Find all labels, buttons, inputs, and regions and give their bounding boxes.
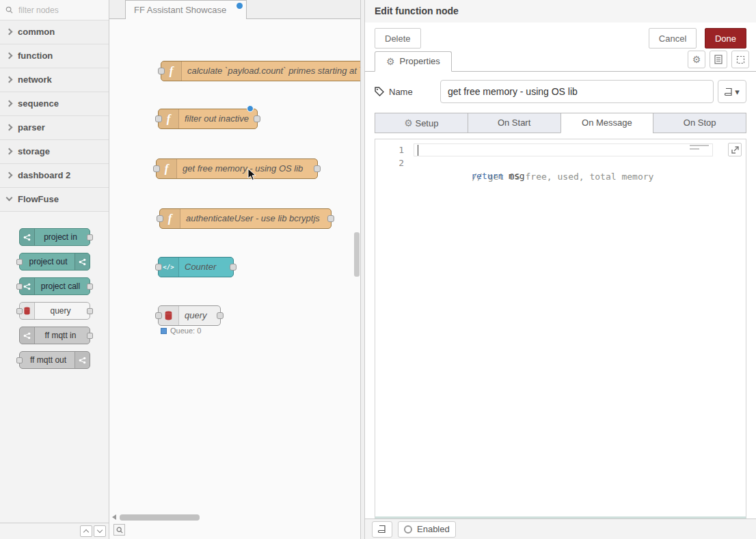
chevron-right-icon [6,148,13,155]
chevron-right-icon [6,77,13,83]
collapse-categories-button[interactable] [80,525,92,537]
node-port[interactable] [16,308,23,314]
expand-icon [731,146,739,154]
palette-node-query[interactable]: query [19,302,90,320]
mqtt-icon [75,352,90,368]
tray-footer: Enabled [365,519,756,539]
tab-on-start[interactable]: On Start [468,113,561,133]
cancel-button[interactable]: Cancel [649,28,697,49]
tray-title: Edit function node [365,0,756,23]
flow-node-counter[interactable]: </> Counter [158,257,234,277]
search-flows-button[interactable] [113,524,125,536]
dashed-square-icon [736,55,745,64]
name-label: Name [389,87,413,97]
palette-node-project-out[interactable]: project out [19,253,90,271]
node-port[interactable] [230,264,237,271]
node-port[interactable] [327,215,334,222]
project-icon [20,229,35,245]
expand-editor-button[interactable] [728,143,742,156]
tab-label: On Message [582,118,632,128]
node-port[interactable] [155,115,162,122]
enabled-toggle-button[interactable]: Enabled [398,521,456,538]
description-button[interactable] [710,51,727,68]
category-label: dashboard 2 [18,170,70,180]
delete-button[interactable]: Delete [375,28,421,49]
palette-category-function[interactable]: function [0,44,109,68]
palette-node-project-in[interactable]: project in [19,228,90,246]
node-port[interactable] [155,264,162,271]
flow-node-label: query [185,306,216,325]
flow-node-query[interactable]: query [158,305,221,326]
chevron-right-icon [6,100,13,107]
node-port[interactable] [16,357,23,363]
status-dot-icon [161,328,167,334]
code-area[interactable]: // get OS free, used, total memory retur… [414,139,746,516]
book-icon [378,525,386,534]
node-port[interactable] [254,115,260,122]
flow-node-get-free-memory[interactable]: f get free memory - using OS lib [156,158,318,179]
category-label: storage [18,146,50,156]
palette-node-project-call[interactable]: project call [19,277,90,295]
done-button[interactable]: Done [705,28,746,49]
flow-node-filter-out-inactive[interactable]: f filter out inactive [158,109,258,129]
expand-categories-button[interactable] [94,525,106,537]
node-description-button[interactable] [372,521,392,538]
chevron-right-icon [6,172,13,179]
palette-category-flowfuse[interactable]: FlowFuse [0,188,109,212]
flow-canvas[interactable]: FF Assistant Showcase f calculate `paylo… [109,0,360,539]
code-editor[interactable]: 1 2 // get OS free, used, total memory r… [375,139,746,519]
category-label: common [18,27,55,37]
enabled-label: Enabled [417,524,450,534]
palette-category-sequence[interactable]: sequence [0,92,109,116]
node-port[interactable] [155,312,162,319]
node-port[interactable] [314,165,321,172]
workspace-tab[interactable]: FF Assistant Showcase [125,0,247,19]
flow-node-calculate-primes[interactable]: f calculate `payload.count` primes start… [161,61,360,81]
search-icon [5,6,13,14]
gear-icon: ⚙ [692,54,701,65]
palette-search[interactable] [0,0,109,20]
flow-node-authenticate-user[interactable]: f authenticateUser - use lib bcryptjs [159,208,332,229]
vertical-scrollbar[interactable] [354,232,360,277]
horizontal-scrollbar[interactable] [120,514,200,521]
node-status-text: Queue: 0 [170,327,201,335]
search-icon [116,527,123,534]
node-settings-button[interactable]: ⚙ [688,51,705,68]
chevron-right-icon [6,124,13,131]
palette-filter-input[interactable] [17,5,92,16]
name-input[interactable] [440,80,714,103]
tab-on-stop[interactable]: On Stop [653,113,746,133]
node-red-editor: common function network sequence parser … [0,0,756,539]
node-status: Queue: 0 [161,327,201,335]
node-port[interactable] [87,308,93,314]
library-button[interactable]: ▾ [718,80,746,103]
tab-on-message[interactable]: On Message [561,113,653,133]
group-button[interactable] [731,51,749,68]
node-port[interactable] [87,284,93,290]
tab-setup[interactable]: ⚙ Setup [375,113,468,133]
hscroll-left-arrow[interactable] [112,514,116,520]
node-port[interactable] [217,312,224,319]
name-label-group: Name [375,87,440,97]
node-port[interactable] [87,333,93,339]
palette-category-parser[interactable]: parser [0,116,109,140]
name-form-row: Name ▾ [365,72,756,110]
node-port[interactable] [157,215,163,222]
palette-category-common[interactable]: common [0,20,109,44]
node-port[interactable] [153,165,160,172]
node-port[interactable] [16,284,23,290]
palette-node-ff-mqtt-in[interactable]: ff mqtt in [19,327,90,344]
tray-resize-handle[interactable] [360,0,365,539]
chevron-down-icon [6,195,13,202]
editor-minimap[interactable] [690,145,710,152]
palette-category-dashboard2[interactable]: dashboard 2 [0,164,109,188]
node-port[interactable] [16,259,23,265]
node-port[interactable] [158,68,165,74]
palette-category-storage[interactable]: storage [0,140,109,164]
node-port[interactable] [87,234,93,240]
palette-category-network[interactable]: network [0,68,109,92]
editor-tabs-row: ⚙ Properties ⚙ [365,54,756,72]
tab-properties[interactable]: ⚙ Properties [375,51,452,72]
workspace-tabbar: FF Assistant Showcase [109,0,360,19]
palette-node-ff-mqtt-out[interactable]: ff mqtt out [19,351,90,369]
